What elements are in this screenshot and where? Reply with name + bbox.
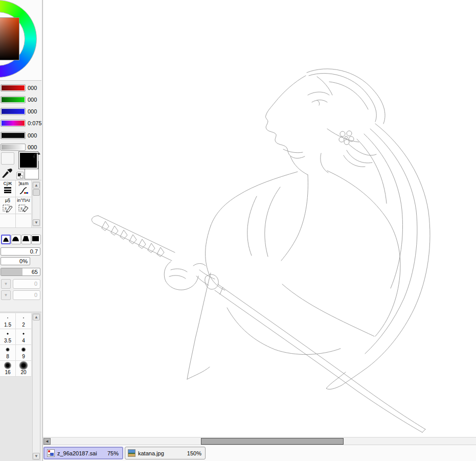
paint-app-window: 000 000 000 0:075 000 000 [0, 0, 476, 461]
brush-size-cell[interactable]: 1.5 [0, 313, 16, 329]
document-tab-bar: z_96a20187.sai 75% katana.jpg 150% [43, 446, 476, 461]
eyedropper-icon[interactable] [1, 165, 14, 178]
flower-ornament [339, 131, 354, 145]
black-slider-row: 000 [1, 132, 41, 140]
hscrollbar-thumb[interactable] [201, 438, 344, 445]
brush-density-value: 0% [19, 258, 28, 264]
green-value: 000 [28, 97, 37, 103]
canvas-artwork [43, 0, 476, 437]
scroll-down-icon[interactable]: ▼ [33, 219, 40, 226]
color-wheel-panel [0, 0, 41, 81]
scrollbar-thumb[interactable] [33, 189, 40, 196]
black-slider[interactable] [1, 132, 26, 139]
tool-empty-cell[interactable] [16, 214, 32, 228]
gray-value: 000 [28, 144, 37, 150]
tool-eraser[interactable]: in°ПАї s [16, 197, 32, 214]
green-slider[interactable] [1, 96, 26, 103]
canvas-hscrollbar: ◄ [43, 437, 476, 445]
svg-text:s: s [5, 206, 7, 211]
brush-size-cell[interactable]: 8 [0, 345, 16, 361]
blue-slider-row: 000 [1, 108, 41, 116]
red-value: 000 [28, 85, 37, 91]
hue-slider[interactable] [1, 120, 26, 127]
eraser-icon: s [16, 204, 31, 214]
color-sliders: 000 000 000 0:075 000 000 [0, 81, 41, 151]
brush-size-slider-fill [1, 268, 22, 275]
tone-curve-icon [16, 187, 31, 195]
param1-field[interactable]: 0 [13, 279, 40, 289]
scroll-up-icon[interactable]: ▲ [33, 314, 40, 320]
hue-value: 0:075 [28, 120, 42, 126]
tool-palette: СjЖ ¦в±m µ§ [0, 180, 41, 228]
tab-sai-document[interactable]: z_96a20187.sai 75% [43, 447, 123, 459]
brush-density-slider[interactable]: 0% [1, 257, 30, 265]
blue-slider[interactable] [1, 108, 26, 115]
brush-size-cell[interactable]: 2 [16, 313, 32, 329]
gray-slider[interactable] [1, 144, 26, 151]
brush-edge-slider[interactable]: 0.7 [1, 247, 40, 256]
tool-layer-menu[interactable]: СjЖ [0, 180, 16, 197]
brush-size-cell[interactable]: 16 [0, 361, 16, 377]
param1-dropdown-icon[interactable]: ▼ [1, 279, 11, 289]
swap-colors-icon[interactable] [32, 151, 41, 159]
scroll-down-icon[interactable]: ▼ [33, 453, 40, 459]
brush-size-scrollbar: ▲ ▼ [32, 313, 40, 460]
green-slider-row: 000 [1, 96, 41, 104]
tab-title: z_96a20187.sai [57, 450, 107, 456]
tab-title: katana.jpg [138, 450, 187, 456]
hue-slider-row: 0:075 [1, 120, 41, 127]
brush-size-slider[interactable]: 65 [1, 268, 40, 276]
black-value: 000 [28, 132, 37, 139]
gray-slider-row: 000 [1, 144, 41, 151]
brush-shape-square-button[interactable] [31, 235, 41, 244]
saturation-value-square[interactable] [0, 17, 19, 60]
brush-shape-medium-button[interactable] [11, 235, 21, 244]
pen-icon: s [0, 204, 15, 214]
brush-size-value: 65 [32, 269, 38, 275]
red-slider-row: 000 [1, 84, 41, 92]
brush-size-cell[interactable]: 20 [16, 361, 32, 377]
param2-field[interactable]: 0 [13, 290, 40, 300]
brush-edge-value: 0.7 [30, 248, 38, 255]
tool-pen[interactable]: µ§ s [0, 197, 16, 214]
brush-shape-soft-button[interactable] [1, 235, 11, 244]
tool-palette-scrollbar: ▲ ▼ [32, 181, 40, 226]
tool-tone-curve[interactable]: ¦в±m [16, 180, 32, 197]
tab-katana-jpg[interactable]: katana.jpg 150% [125, 447, 206, 459]
brush-size-cell[interactable]: 9 [16, 345, 32, 361]
tool-empty-cell[interactable] [0, 214, 16, 228]
default-colors-icon[interactable] [16, 172, 24, 179]
tool-panel: 000 000 000 0:075 000 000 [0, 0, 43, 461]
brush-shape-hard-button[interactable] [21, 235, 31, 244]
brush-size-cell[interactable]: 4 [16, 329, 32, 345]
svg-text:s: s [20, 206, 22, 211]
brush-controls: 0.7 0% 65 ▼ 0 ▼ 0 [0, 228, 41, 305]
blue-value: 000 [28, 108, 37, 114]
color-swatch-panel [0, 151, 41, 180]
scroll-up-icon[interactable]: ▲ [33, 182, 40, 189]
sai-file-icon [47, 449, 55, 457]
tab-zoom-level: 75% [107, 450, 119, 456]
palette-button[interactable] [1, 152, 14, 165]
scroll-left-icon[interactable]: ◄ [43, 438, 51, 445]
param2-dropdown-icon[interactable]: ▼ [1, 290, 11, 300]
brush-size-cell[interactable]: 3.5 [0, 329, 16, 345]
image-file-icon [128, 449, 135, 457]
red-slider[interactable] [1, 84, 26, 91]
menu-lines-icon [4, 187, 11, 193]
drawing-canvas[interactable] [43, 0, 476, 437]
tab-zoom-level: 150% [187, 450, 201, 456]
brush-size-panel: 1.5 2 3.5 4 8 9 [0, 312, 41, 461]
